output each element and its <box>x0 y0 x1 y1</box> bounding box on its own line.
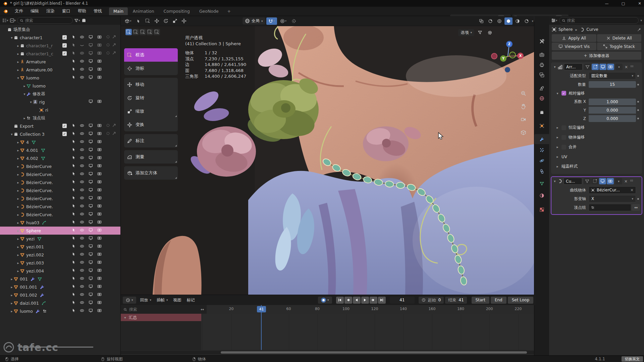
toggle-camera-icon[interactable] <box>97 292 102 297</box>
animate-dot[interactable] <box>636 118 640 119</box>
toggle-eye-icon[interactable] <box>80 139 84 144</box>
toggle-eye-icon[interactable] <box>80 308 84 313</box>
toggle-monitor-icon[interactable] <box>89 196 93 200</box>
checkbox-合并[interactable] <box>561 145 566 149</box>
toggle-oncage[interactable] <box>584 64 591 70</box>
toggle-monitor-icon[interactable] <box>89 236 93 240</box>
toggle-monitor-icon[interactable] <box>89 212 93 216</box>
expand-arrow[interactable]: ▸ <box>16 173 20 176</box>
delete-modifier-icon[interactable]: × <box>624 179 628 184</box>
toggle-monitor-icon[interactable] <box>89 43 93 47</box>
tool-标注[interactable]: 标注 <box>124 134 178 147</box>
outliner-item-label[interactable]: daizi.001 <box>20 301 39 306</box>
toggle-monitor-icon[interactable] <box>89 260 93 264</box>
toggle-camera[interactable] <box>607 64 614 70</box>
modifier-extras-dropdown[interactable]: ▾ <box>615 64 623 70</box>
toggle-monitor-icon[interactable] <box>89 252 93 256</box>
header-transform-button[interactable] <box>180 17 188 25</box>
outliner-item-label[interactable]: ri <box>45 108 48 113</box>
tool-移动[interactable]: 移动 <box>124 78 178 91</box>
timeline-menu-回放[interactable]: 回放▾ <box>138 295 154 305</box>
curve-modifier-header[interactable]: ▾ Cu... ▾ × <box>551 177 642 186</box>
outliner-row-BézierCurve.[interactable]: ▸BézierCurve. <box>0 178 120 186</box>
outliner-row-BézierCurve.[interactable]: ▸BézierCurve. <box>0 186 120 194</box>
collapse-icon[interactable]: ▾ <box>553 179 556 183</box>
toggle-pointer-icon[interactable] <box>72 252 76 256</box>
outliner-item-label[interactable]: 001.001 <box>20 285 37 290</box>
section-端盖样式[interactable]: ▸端盖样式 <box>551 162 642 171</box>
modifier-name-field[interactable]: Arr... <box>564 63 583 70</box>
button-apply-all[interactable]: Apply All <box>552 34 596 42</box>
toggle-camera-icon[interactable] <box>97 164 102 168</box>
offset-field-系数 X[interactable]: 1.000 <box>589 99 636 105</box>
button-viewport-vis[interactable]: Viewport Vis <box>552 43 596 50</box>
toggle-pointer-icon[interactable] <box>72 123 76 127</box>
array-modifier-header[interactable]: ▾ Arr... ▾ × <box>551 62 642 71</box>
properties-tab-material[interactable] <box>534 190 549 200</box>
filter-icon[interactable]: ▾ <box>74 18 80 23</box>
toggle-pointer-icon[interactable] <box>72 180 76 184</box>
count-field[interactable]: 15 <box>589 81 636 88</box>
outliner-item-label[interactable]: 场景集合 <box>13 27 30 33</box>
toggle-camera-icon[interactable] <box>97 139 102 144</box>
outliner-item-label[interactable]: 4 <box>26 140 29 145</box>
toggle-editmode[interactable] <box>592 64 599 70</box>
expand-arrow[interactable]: ▸ <box>16 189 20 192</box>
toggle-eye-icon[interactable] <box>80 212 84 216</box>
switch-language-button[interactable]: 切换英文 <box>622 356 643 362</box>
expand-arrow[interactable]: ▸ <box>10 309 14 313</box>
toggle-camera-icon[interactable] <box>97 99 102 104</box>
header-pointer-button[interactable] <box>135 17 143 25</box>
toggle-camera-icon[interactable] <box>97 43 102 47</box>
timeline-menu-插帧[interactable]: 插帧▾ <box>154 295 171 305</box>
toggle-eye-icon[interactable] <box>80 147 84 152</box>
outliner-row-001[interactable]: ▸001 <box>0 275 120 283</box>
header-magnet-button[interactable]: ▾ <box>266 17 277 25</box>
animate-dot[interactable] <box>636 109 640 111</box>
outliner-item-label[interactable]: Collection 3 <box>20 132 45 137</box>
outliner-item-label[interactable]: 4.001 <box>26 148 38 153</box>
button-set-loop[interactable]: Set Loop <box>508 297 533 304</box>
toggle-eye-icon[interactable] <box>80 220 84 224</box>
toggle-eye-icon[interactable] <box>80 292 84 297</box>
checkbox[interactable]: ✓ <box>62 51 67 56</box>
toggle-eye-icon[interactable] <box>80 244 84 248</box>
filter-icon[interactable] <box>476 29 484 36</box>
jump-to-start-button[interactable] <box>336 297 344 304</box>
expand-arrow[interactable]: ▸ <box>10 277 14 281</box>
select-mode-4[interactable] <box>154 29 160 35</box>
relative-offset-checkbox[interactable]: ✓ <box>561 91 566 96</box>
properties-tab-objsq[interactable] <box>534 121 549 131</box>
workspace-tab-Compositing[interactable]: Compositing <box>159 7 194 15</box>
toggle-eye-icon[interactable] <box>80 180 84 184</box>
select-mode-1[interactable] <box>132 29 139 35</box>
toggle-pointer-icon[interactable] <box>72 75 76 79</box>
expand-arrow[interactable]: ▸ <box>22 116 26 120</box>
outliner-row-001.001[interactable]: ▸001.001 <box>0 283 120 291</box>
toggle-holdout-icon[interactable] <box>106 131 110 135</box>
expand-arrow[interactable]: ▸ <box>16 269 20 273</box>
workspace-tab-Animation[interactable]: Animation <box>128 7 159 15</box>
toggle-camera-icon[interactable] <box>97 131 102 136</box>
outliner-row-luomo[interactable]: ▸luomo <box>0 307 120 315</box>
jump-to-end-button[interactable] <box>378 297 386 304</box>
toggle-pointer-icon[interactable] <box>72 172 76 176</box>
toggle-pointer-icon[interactable] <box>72 67 76 71</box>
gizmo-z-axis[interactable]: Z <box>506 41 513 47</box>
shading-ballh-button[interactable] <box>514 17 522 25</box>
toggle-pointer-icon[interactable] <box>72 268 76 272</box>
toggle-camera-icon[interactable] <box>97 228 102 232</box>
toggle-pointer-icon[interactable] <box>72 188 76 192</box>
toggle-eye-icon[interactable] <box>80 188 84 192</box>
toggle-camera-icon[interactable] <box>97 75 102 79</box>
offset-field-Y[interactable]: 0.000 <box>589 107 636 114</box>
section-物体偏移[interactable]: ▸物体偏移 <box>551 132 642 142</box>
toggle-eye-icon[interactable] <box>80 75 84 79</box>
expand-arrow[interactable]: ▸ <box>16 60 20 64</box>
menu-编辑[interactable]: 编辑 <box>27 7 43 16</box>
breadcrumb-object[interactable]: Sphere <box>558 27 573 32</box>
toggle-editmode[interactable] <box>591 178 598 184</box>
outliner-item-label[interactable]: Armature <box>26 59 46 64</box>
menu-窗口[interactable]: 窗口 <box>58 7 74 16</box>
timeline-dopesheet-area[interactable] <box>201 314 534 350</box>
